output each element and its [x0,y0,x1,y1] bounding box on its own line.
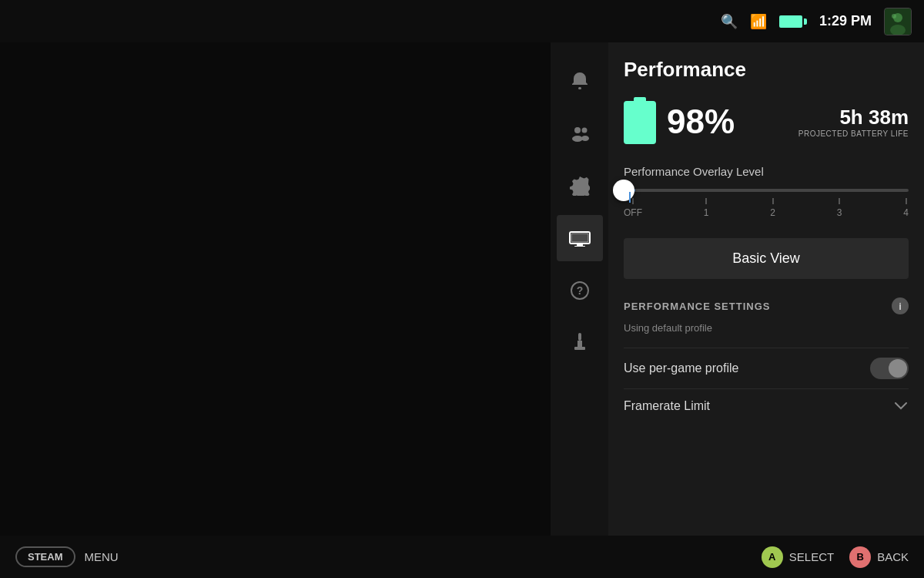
battery-status-icon [779,15,807,28]
default-profile-text: Using default profile [624,322,909,334]
sidebar: ? [551,42,608,578]
overlay-slider[interactable]: OFF 1 2 3 4 [624,189,909,218]
tick-mark-2 [772,198,774,204]
status-bar: 🔍 📶 1:29 PM [0,0,924,42]
svg-rect-20 [574,347,585,350]
battery-time: 5h 38m [798,106,909,129]
svg-rect-18 [578,333,581,341]
info-icon[interactable]: i [892,297,909,314]
tick-label-1: 1 [704,207,709,218]
steam-label: STEAM [28,551,63,563]
slider-indicator-line [629,192,631,203]
framerate-limit-row[interactable]: Framerate Limit [624,388,909,423]
tick-label-off: OFF [624,207,642,218]
framerate-limit-label: Framerate Limit [624,399,710,413]
slider-ticks: OFF 1 2 3 4 [624,198,909,218]
use-per-game-profile-row: Use per-game profile [624,348,909,388]
b-button[interactable]: B [849,546,871,568]
tick-mark-4 [906,198,907,204]
tick-label-3: 3 [837,207,842,218]
perf-settings-title: PERFORMANCE SETTINGS [624,301,770,312]
tick-1: 1 [704,198,709,218]
svg-point-6 [572,136,583,142]
user-avatar[interactable] [884,8,912,35]
select-label: SELECT [789,550,834,563]
menu-label[interactable]: MENU [85,550,119,563]
sidebar-item-power[interactable] [557,320,603,366]
svg-point-5 [574,127,581,133]
svg-rect-11 [571,234,588,242]
a-button-label: A [768,551,775,563]
slider-track [624,189,909,192]
bottom-bar: STEAM MENU A SELECT B BACK [0,536,924,578]
back-label: BACK [877,550,909,563]
tick-4: 4 [903,198,909,218]
tick-label-4: 4 [903,207,909,218]
sidebar-item-notifications[interactable] [557,58,603,104]
panel-title: Performance [624,58,909,82]
clock: 1:29 PM [819,13,872,29]
svg-rect-15 [574,246,585,247]
b-button-label: B [856,551,863,563]
a-button[interactable]: A [762,546,783,568]
action-back[interactable]: B BACK [849,546,909,568]
use-per-game-profile-toggle[interactable] [870,358,909,379]
tick-mark-3 [839,198,840,204]
bottom-actions: A SELECT B BACK [762,546,909,568]
tick-mark-1 [705,198,707,204]
battery-projected-label: PROJECTED BATTERY LIFE [798,129,909,138]
action-select[interactable]: A SELECT [762,546,834,568]
battery-large-icon [624,97,656,146]
battery-percent-text: 98% [667,105,735,139]
basic-view-button[interactable]: Basic View [624,238,909,279]
svg-rect-14 [577,244,583,246]
sidebar-item-help[interactable]: ? [557,267,603,314]
main-panel: Performance 98% 5h 38m PROJECTED BATTERY… [608,42,924,578]
tick-2: 2 [770,198,775,218]
slider-thumb[interactable] [613,180,634,201]
battery-section: 98% 5h 38m PROJECTED BATTERY LIFE [624,97,909,146]
tick-label-2: 2 [770,207,775,218]
game-background [0,0,551,578]
svg-point-7 [581,128,587,133]
sidebar-item-performance[interactable] [557,215,603,261]
wifi-icon: 📶 [750,13,767,30]
steam-button[interactable]: STEAM [15,546,75,567]
perf-settings-header: PERFORMANCE SETTINGS i [624,297,909,314]
svg-point-3 [892,14,896,18]
use-per-game-profile-label: Use per-game profile [624,361,738,375]
svg-rect-13 [589,236,591,240]
sidebar-item-settings[interactable] [557,163,603,209]
svg-text:?: ? [576,284,583,297]
svg-rect-21 [578,341,582,347]
svg-point-8 [581,136,589,141]
tick-mark-off [632,198,634,204]
overlay-level-label: Performance Overlay Level [624,165,909,178]
toggle-thumb [889,359,907,378]
tick-3: 3 [837,198,842,218]
chevron-down-icon [893,398,909,414]
sidebar-item-friends[interactable] [557,110,603,156]
tick-off: OFF [624,198,642,218]
battery-left: 98% [624,97,735,146]
search-icon[interactable]: 🔍 [721,13,738,30]
svg-rect-4 [578,87,581,89]
battery-right: 5h 38m PROJECTED BATTERY LIFE [798,106,909,138]
